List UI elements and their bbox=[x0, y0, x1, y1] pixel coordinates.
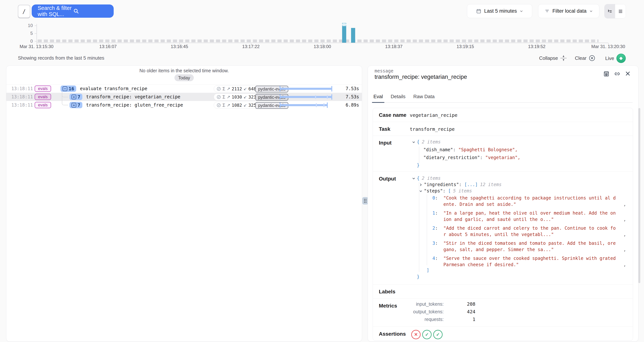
copy-link-icon[interactable] bbox=[614, 70, 620, 77]
task-label: Task bbox=[379, 126, 390, 132]
filter-local-data-dropdown[interactable]: Filter local data bbox=[538, 4, 599, 18]
view-mode-segmented-control bbox=[604, 4, 626, 18]
json-colon: : bbox=[480, 155, 482, 160]
json-items-note: 5 items bbox=[453, 188, 472, 194]
json-colon: : bbox=[459, 182, 462, 187]
chevron-down-icon bbox=[589, 9, 593, 13]
step-item: 1:"In a large pan, heat the olive oil ov… bbox=[429, 210, 629, 222]
tree-view-icon bbox=[607, 8, 613, 14]
labels-label: Labels bbox=[379, 289, 396, 295]
tab-raw-data[interactable]: Raw Data bbox=[413, 94, 435, 102]
json-indent-guide bbox=[427, 194, 427, 265]
task-value: transform_recipe bbox=[410, 126, 455, 132]
json-collapsed-array[interactable]: [...] bbox=[464, 182, 478, 187]
duration-bar bbox=[280, 94, 332, 100]
trace-row[interactable]: 13:18:11evals+7transform_recipe: gluten_… bbox=[6, 101, 362, 109]
chevron-down-icon[interactable] bbox=[419, 190, 422, 193]
span-count-badge[interactable]: +7 bbox=[70, 102, 82, 108]
span-count-badge[interactable]: −16 bbox=[60, 86, 76, 92]
chart-bar[interactable] bbox=[351, 28, 355, 43]
chevron-right-icon[interactable] bbox=[419, 183, 422, 186]
trace-name: transform_recipe: gluten_free_recipe bbox=[86, 102, 183, 108]
scope-badge-evals[interactable]: evals bbox=[35, 102, 51, 108]
chart-bar-dashed-cap bbox=[342, 23, 346, 26]
today-pill[interactable]: Today bbox=[174, 74, 194, 81]
json-key: "dish_name" bbox=[423, 147, 453, 152]
search-button[interactable]: Search & filter with SQL... bbox=[32, 4, 114, 18]
coin-icon bbox=[216, 103, 221, 108]
chevron-down-icon[interactable] bbox=[412, 177, 415, 180]
time-range-dropdown[interactable]: Last 5 minutes bbox=[467, 4, 532, 18]
input-tokens-count: 2112 bbox=[232, 86, 242, 91]
duration-text: 7.53s bbox=[346, 86, 359, 91]
panel-check-icon[interactable] bbox=[603, 70, 610, 77]
json-indent-guide bbox=[419, 182, 419, 272]
trace-timestamp: 13:18:11 bbox=[11, 86, 30, 91]
metric-name: requests: bbox=[373, 317, 444, 322]
trace-name: evaluate transform_recipe bbox=[80, 86, 147, 91]
output-tokens-count: 325 bbox=[248, 103, 256, 108]
assertion-fail-icon[interactable]: ✕ bbox=[411, 330, 420, 339]
close-icon[interactable] bbox=[625, 70, 631, 77]
chart-bar[interactable] bbox=[342, 26, 346, 43]
metric-row: requests:1 bbox=[373, 316, 475, 323]
chart-x-tick-label: 13:18:37 bbox=[385, 44, 402, 49]
clear-button[interactable]: Clear bbox=[575, 55, 595, 62]
collapse-button[interactable]: Collapse bbox=[539, 55, 567, 62]
json-items-note: 2 items bbox=[422, 139, 440, 144]
step-item: 0:"Cook the spaghetti according to packa… bbox=[429, 195, 629, 208]
collapse-node-icon[interactable]: − bbox=[62, 86, 67, 91]
panel-resize-handle[interactable] bbox=[362, 197, 368, 204]
assertion-pass-icon[interactable]: ✓ bbox=[422, 330, 432, 339]
json-line-steps[interactable]: "steps": [5 items bbox=[419, 188, 472, 194]
span-count-badge[interactable]: +7 bbox=[70, 94, 82, 100]
clear-circle-x-icon bbox=[589, 55, 595, 62]
task-row: Task transform_recipe bbox=[373, 122, 633, 136]
tree-connector bbox=[62, 91, 68, 105]
duration-bar-start-cap bbox=[280, 94, 280, 100]
list-view-toggle[interactable] bbox=[615, 4, 626, 18]
detail-kind-label: message bbox=[374, 68, 393, 74]
tree-view-toggle[interactable] bbox=[604, 4, 615, 18]
duration-bar-span bbox=[280, 104, 328, 106]
tab-eval[interactable]: Eval bbox=[373, 94, 383, 102]
trace-row[interactable]: 13:18:11evals+7transform_recipe: vegetar… bbox=[6, 93, 362, 101]
trace-row[interactable]: 13:18:11evals−16evaluate transform_recip… bbox=[6, 84, 362, 93]
json-close-brace: } bbox=[417, 162, 420, 168]
json-array-index: 0 bbox=[429, 195, 435, 208]
chart-x-tick-label: 13:19:15 bbox=[456, 44, 474, 49]
token-metrics-pill[interactable]: Σ↗2112↙648 bbox=[214, 85, 259, 92]
sigma-icon: Σ bbox=[222, 86, 225, 92]
live-indicator-icon[interactable] bbox=[616, 54, 626, 63]
step-item: 4:"Serve the sauce over the cooked spagh… bbox=[429, 255, 629, 268]
tab-details[interactable]: Details bbox=[390, 94, 406, 102]
span-count: 7 bbox=[78, 102, 80, 108]
clear-label: Clear bbox=[575, 55, 586, 61]
expand-node-icon[interactable]: + bbox=[72, 103, 76, 108]
duration-bar-tick bbox=[316, 103, 317, 107]
json-line[interactable]: {2 items bbox=[412, 139, 441, 145]
input-tokens-count: 1030 bbox=[232, 95, 242, 100]
chevron-down-icon[interactable] bbox=[412, 140, 415, 144]
json-line[interactable]: {2 items bbox=[412, 175, 441, 182]
assertion-pass-icon[interactable]: ✓ bbox=[433, 330, 442, 339]
live-toggle[interactable]: Live bbox=[605, 54, 626, 63]
metrics-list: input_tokens:208output_tokens:424request… bbox=[373, 300, 475, 323]
token-metrics-pill[interactable]: Σ↗1030↙323 bbox=[214, 94, 259, 100]
token-metrics-pill[interactable]: Σ↗1082↙325 bbox=[214, 102, 259, 108]
calendar-icon bbox=[476, 8, 482, 14]
expand-node-icon[interactable]: + bbox=[72, 95, 76, 99]
collapse-icon bbox=[560, 55, 567, 62]
json-line-ingredients[interactable]: "ingredients": [...]12 items bbox=[419, 182, 502, 188]
step-item: 2:"Add the diced carrot and celery to th… bbox=[429, 225, 629, 238]
json-colon: : bbox=[435, 195, 438, 208]
detail-scrollbar[interactable] bbox=[638, 108, 640, 283]
metric-row: output_tokens:424 bbox=[373, 308, 475, 316]
labels-row: Labels bbox=[373, 285, 633, 298]
input-label: Input bbox=[379, 140, 392, 146]
json-key: "steps" bbox=[424, 188, 443, 194]
scope-badge-evals[interactable]: evals bbox=[35, 94, 51, 100]
input-tokens-arrow-icon: ↗ bbox=[227, 95, 230, 100]
time-range-label: Last 5 minutes bbox=[484, 8, 517, 14]
scope-badge-evals[interactable]: evals bbox=[35, 86, 51, 92]
